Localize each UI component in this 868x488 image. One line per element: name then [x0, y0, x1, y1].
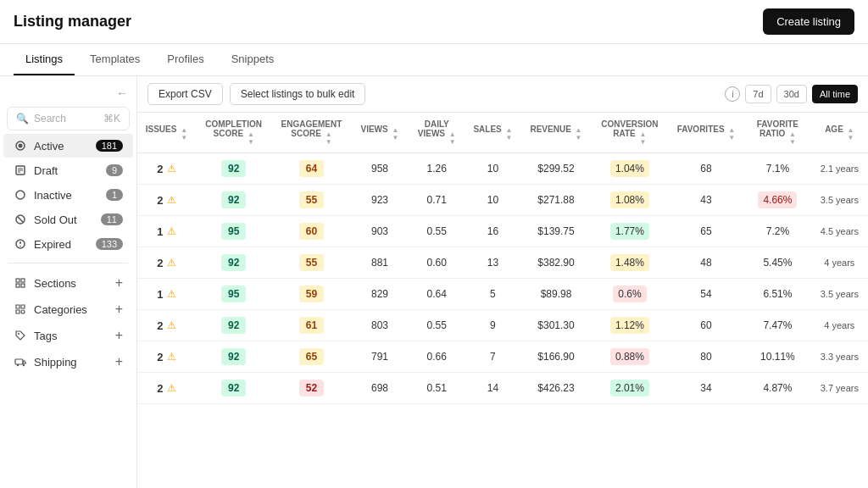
sidebar-item-soldout[interactable]: Sold Out 11	[3, 208, 133, 231]
tab-listings[interactable]: Listings	[14, 44, 75, 75]
time-alltime-button[interactable]: All time	[812, 85, 858, 103]
listings-table: ISSUES ▲▼ COMPLETIONSCORE ▲▼ ENGAGEMENTS…	[137, 113, 868, 404]
cell-daily-views: 0.60	[409, 247, 465, 279]
info-icon[interactable]: i	[725, 86, 740, 102]
cell-age: 4 years	[811, 310, 868, 341]
cell-conversion: 1.77%	[592, 216, 668, 247]
cell-completion: 95	[196, 216, 272, 247]
export-csv-button[interactable]: Export CSV	[147, 83, 223, 105]
svg-point-1	[19, 144, 23, 148]
sidebar-item-sections[interactable]: Sections +	[3, 270, 133, 296]
draft-icon	[14, 164, 27, 177]
cell-sales: 9	[465, 310, 520, 341]
cell-daily-views: 1.26	[409, 153, 465, 185]
content-area: Export CSV Select listings to bulk edit …	[137, 76, 868, 488]
search-shortcut: ⌘K	[103, 113, 120, 125]
tab-profiles[interactable]: Profiles	[155, 44, 215, 75]
cell-engagement: 65	[272, 341, 352, 373]
sidebar-item-soldout-label: Sold Out	[34, 214, 77, 226]
cell-daily-views: 0.71	[409, 185, 465, 216]
cell-conversion: 1.08%	[592, 185, 668, 216]
cell-issues: 1 ⚠	[137, 216, 196, 247]
cell-ratio: 7.47%	[744, 310, 810, 341]
sections-icon	[14, 276, 27, 290]
svg-point-20	[23, 364, 25, 366]
cell-revenue: $301.30	[520, 310, 592, 341]
col-header-completion[interactable]: COMPLETIONSCORE ▲▼	[196, 113, 272, 153]
warning-icon: ⚠	[167, 351, 176, 363]
col-header-engagement[interactable]: ENGAGEMENTSCORE ▲▼	[272, 113, 352, 153]
cell-sales: 10	[465, 185, 520, 216]
tags-add-icon[interactable]: +	[115, 328, 123, 343]
warning-icon: ⚠	[167, 225, 176, 237]
expired-icon	[14, 237, 27, 251]
time-7d-button[interactable]: 7d	[745, 85, 771, 103]
sections-add-icon[interactable]: +	[115, 275, 123, 291]
cell-daily-views: 0.51	[409, 373, 465, 404]
cell-ratio: 4.87%	[744, 373, 810, 404]
main-layout: ← 🔍 Search ⌘K Active 181 Draft	[0, 76, 868, 488]
sidebar-item-tags[interactable]: Tags +	[3, 323, 133, 348]
sidebar-item-inactive[interactable]: Inactive 1	[3, 183, 133, 207]
inactive-icon	[14, 188, 27, 202]
sidebar-item-categories[interactable]: Categories +	[3, 297, 133, 322]
bulk-edit-button[interactable]: Select listings to bulk edit	[230, 83, 366, 105]
cell-sales: 10	[465, 153, 520, 185]
sidebar-item-expired[interactable]: Expired 133	[3, 232, 133, 256]
col-header-revenue[interactable]: REVENUE ▲▼	[520, 113, 592, 153]
col-header-issues[interactable]: ISSUES ▲▼	[137, 113, 196, 153]
svg-line-8	[18, 217, 23, 222]
create-listing-button[interactable]: Create listing	[763, 8, 854, 35]
warning-icon: ⚠	[167, 382, 176, 394]
cell-views: 881	[351, 247, 408, 279]
table-row: 2 ⚠ 92558810.6013$382.901.48%485.45%4 ye…	[137, 247, 868, 279]
sidebar-item-draft[interactable]: Draft 9	[3, 158, 133, 182]
col-header-conversion[interactable]: CONVERSIONRATE ▲▼	[592, 113, 668, 153]
table-row: 1 ⚠ 95609030.5516$139.751.77%657.2%4.5 y…	[137, 216, 868, 247]
cell-conversion: 2.01%	[592, 373, 668, 404]
tab-snippets[interactable]: Snippets	[220, 44, 287, 75]
col-header-views[interactable]: VIEWS ▲▼	[351, 113, 408, 153]
col-header-sales[interactable]: SALES ▲▼	[465, 113, 520, 153]
sidebar-item-draft-label: Draft	[34, 164, 58, 177]
sidebar-item-inactive-label: Inactive	[34, 189, 72, 202]
shipping-add-icon[interactable]: +	[115, 354, 123, 369]
cell-daily-views: 0.66	[409, 341, 465, 373]
svg-rect-12	[16, 279, 19, 282]
cell-sales: 5	[465, 279, 520, 310]
cell-conversion: 1.12%	[592, 310, 668, 341]
cell-revenue: $139.75	[520, 216, 592, 247]
col-header-daily-views[interactable]: DAILYVIEWS ▲▼	[409, 113, 465, 153]
table-header-row: ISSUES ▲▼ COMPLETIONSCORE ▲▼ ENGAGEMENTS…	[137, 113, 868, 153]
cell-issues: 2 ⚠	[137, 185, 196, 216]
expired-badge: 133	[96, 238, 123, 250]
cell-completion: 92	[196, 373, 272, 404]
cell-completion: 92	[196, 153, 272, 185]
sidebar-collapse[interactable]: ←	[0, 83, 136, 103]
cell-age: 3.7 years	[811, 373, 868, 404]
cell-revenue: $166.90	[520, 341, 592, 373]
time-30d-button[interactable]: 30d	[776, 85, 807, 103]
cell-completion: 92	[196, 247, 272, 279]
cell-ratio: 4.66%	[744, 185, 810, 216]
cell-revenue: $299.52	[520, 153, 592, 185]
col-header-favorites[interactable]: FAVORITES ▲▼	[668, 113, 744, 153]
cell-engagement: 52	[272, 373, 352, 404]
cell-issues: 2 ⚠	[137, 153, 196, 185]
nav-tabs: Listings Templates Profiles Snippets	[0, 44, 868, 76]
sidebar-item-shipping[interactable]: Shipping +	[3, 349, 133, 374]
cell-conversion: 1.48%	[592, 247, 668, 279]
sidebar-search[interactable]: 🔍 Search ⌘K	[7, 107, 130, 130]
cell-ratio: 7.1%	[744, 153, 810, 185]
sidebar-item-active[interactable]: Active 181	[3, 134, 133, 158]
shipping-label: Shipping	[34, 356, 77, 369]
categories-add-icon[interactable]: +	[115, 302, 123, 317]
cell-ratio: 10.11%	[744, 341, 810, 373]
cell-views: 791	[351, 341, 408, 373]
col-header-ratio[interactable]: FAVORITERATIO ▲▼	[744, 113, 810, 153]
cell-revenue: $382.90	[520, 247, 592, 279]
cell-completion: 92	[196, 185, 272, 216]
cell-completion: 92	[196, 341, 272, 373]
tab-templates[interactable]: Templates	[78, 44, 152, 75]
col-header-age[interactable]: AGE ▲▼	[811, 113, 868, 153]
